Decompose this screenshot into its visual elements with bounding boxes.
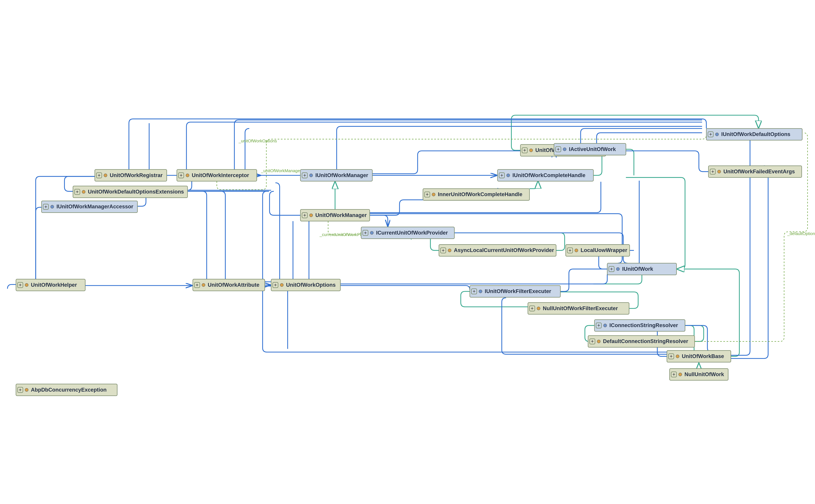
edge-11 <box>626 177 685 269</box>
class-icon <box>676 355 679 358</box>
plus-icon: + <box>670 353 673 359</box>
class-icon <box>718 170 721 173</box>
interface-icon <box>370 231 373 235</box>
plus-icon: + <box>711 169 714 174</box>
edge-14 <box>594 275 642 284</box>
interface-icon <box>604 324 607 327</box>
dependency-diagram[interactable]: _unitOfWorkOptions_unitOfWorkManager_cur… <box>0 0 815 504</box>
class-icon <box>202 283 205 287</box>
class-icon <box>25 388 28 392</box>
node-UnitOfWorkOptions[interactable]: +UnitOfWorkOptions <box>271 279 340 291</box>
interface-icon <box>507 174 510 177</box>
plus-icon: + <box>709 131 712 137</box>
edge-15 <box>594 156 602 175</box>
class-icon <box>537 307 540 310</box>
edge-62 <box>275 183 280 279</box>
node-IUnitOfWorkManager[interactable]: +IUnitOfWorkManager <box>300 169 372 181</box>
node-UnitOfWorkDefaultOptionsExt[interactable]: +UnitOfWorkDefaultOptionsExtensions <box>73 186 188 198</box>
node-LocalUowWrapper[interactable]: +LocalUowWrapper <box>566 245 630 256</box>
node-label: IUnitOfWorkDefaultOptions <box>721 131 790 137</box>
plus-icon: + <box>76 189 79 194</box>
node-IConnectionStringResolver[interactable]: +IConnectionStringResolver <box>595 320 685 331</box>
edge-12 <box>626 149 634 175</box>
node-label: IUnitOfWorkManager <box>315 172 368 178</box>
node-NullUnitOfWork[interactable]: +NullUnitOfWork <box>670 369 728 380</box>
node-UnitOfWorkBase[interactable]: +UnitOfWorkBase <box>667 351 731 362</box>
node-UnitOfWorkInterceptor[interactable]: +UnitOfWorkInterceptor <box>177 169 257 181</box>
plus-icon: + <box>610 266 613 272</box>
node-label: IUnitOfWorkFilterExecuter <box>485 288 551 294</box>
class-icon <box>82 190 85 194</box>
plus-icon: + <box>501 173 503 178</box>
plus-icon: + <box>19 282 22 288</box>
node-label: LocalUowWrapper <box>581 247 627 253</box>
node-IUnitOfWorkManagerAccessor[interactable]: +IUnitOfWorkManagerAccessor <box>42 201 137 213</box>
class-icon <box>104 174 107 177</box>
plus-icon: + <box>569 248 571 253</box>
edge-65 <box>217 135 706 190</box>
edge-66 <box>695 133 808 341</box>
node-NullUnitOfWorkFilterExecuter[interactable]: +NullUnitOfWorkFilterExecuter <box>528 302 629 314</box>
plus-icon: + <box>473 288 476 294</box>
node-label: UnitOfWorkInterceptor <box>192 172 249 178</box>
edge-50 <box>626 151 709 172</box>
plus-icon: + <box>364 230 367 235</box>
plus-icon: + <box>442 248 445 253</box>
plus-icon: + <box>98 173 100 178</box>
node-IUnitOfWorkFilterExecuter[interactable]: +IUnitOfWorkFilterExecuter <box>470 286 560 297</box>
node-label: IUnitOfWorkManagerAccessor <box>56 203 133 209</box>
class-icon <box>448 249 451 252</box>
node-UnitOfWorkManager[interactable]: +UnitOfWorkManager <box>300 209 370 221</box>
class-icon <box>679 373 682 376</box>
edge-48 <box>581 129 702 144</box>
plus-icon: + <box>426 192 429 197</box>
node-UnitOfWorkAttribute[interactable]: +UnitOfWorkAttribute <box>193 279 265 291</box>
edge-49 <box>597 133 702 143</box>
node-label: InnerUnitOfWorkCompleteHandle <box>438 191 522 197</box>
plus-icon: + <box>597 323 600 328</box>
interface-icon <box>309 174 313 177</box>
node-label: IConnectionStringResolver <box>610 322 678 328</box>
node-label: UnitOfWorkHelper <box>31 282 77 288</box>
node-InnerUnitOfWorkCompleteHandle[interactable]: +InnerUnitOfWorkCompleteHandle <box>423 189 530 200</box>
plus-icon: + <box>672 372 675 377</box>
node-DefaultConnStringResolver[interactable]: +DefaultConnectionStringResolver <box>588 336 695 347</box>
interface-icon <box>51 205 54 208</box>
edge-28 <box>370 215 388 227</box>
node-UnitOfWorkRegistrar[interactable]: +UnitOfWorkRegistrar <box>95 169 167 181</box>
node-label: IUnitOfWorkCompleteHandle <box>513 172 586 178</box>
node-ICurrentUnitOfWorkProvider[interactable]: +ICurrentUnitOfWorkProvider <box>361 227 455 239</box>
node-label: AbpDbConcurrencyException <box>31 387 107 393</box>
node-UnitOfWorkHelper[interactable]: +UnitOfWorkHelper <box>16 279 85 291</box>
node-IUnitOfWorkDefaultOptions[interactable]: +IUnitOfWorkDefaultOptions <box>706 129 802 140</box>
plus-icon: + <box>303 173 306 178</box>
class-icon <box>186 174 189 177</box>
interface-icon <box>616 267 620 271</box>
node-IActiveUnitOfWork[interactable]: +IActiveUnitOfWork <box>554 143 626 155</box>
plus-icon: + <box>303 212 306 218</box>
edge-54 <box>731 166 768 359</box>
class-icon <box>432 193 435 196</box>
edge-39 <box>7 284 16 289</box>
plus-icon: + <box>274 282 277 288</box>
node-label: ICurrentUnitOfWorkProvider <box>376 230 448 236</box>
plus-icon: + <box>44 204 47 209</box>
edge-40 <box>36 207 42 279</box>
node-AsyncLocalCurrentUOWProvider[interactable]: +AsyncLocalCurrentUnitOfWorkProvider <box>439 245 556 256</box>
node-IUnitOfWorkCompleteHandle[interactable]: +IUnitOfWorkCompleteHandle <box>498 169 593 181</box>
node-AbpDbConcurrencyException[interactable]: +AbpDbConcurrencyException <box>16 384 117 396</box>
edge-45 <box>234 120 702 170</box>
node-label: IActiveUnitOfWork <box>569 146 616 152</box>
node-label: NullUnitOfWork <box>684 371 724 377</box>
class-icon <box>25 283 28 287</box>
edge-59 <box>187 191 207 279</box>
node-label: UnitOfWorkManager <box>315 212 367 218</box>
class-icon <box>280 283 283 287</box>
node-IUnitOfWork[interactable]: +IUnitOfWork <box>607 263 677 275</box>
node-label: DefaultConnectionStringResolver <box>603 338 688 344</box>
class-icon <box>530 149 533 152</box>
edge-55 <box>560 269 607 291</box>
node-label: UnitOfWorkFailedEventArgs <box>723 168 795 174</box>
plus-icon: + <box>523 147 526 153</box>
node-UnitOfWorkFailedEventArgs[interactable]: +UnitOfWorkFailedEventArgs <box>708 166 802 178</box>
